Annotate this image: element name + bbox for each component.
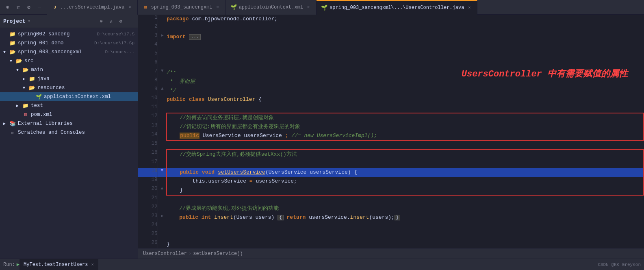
code-line-10: 10 public class UsersController { <box>138 95 644 104</box>
code-line-23: 23 ▶ public int insert(Users users) { re… <box>138 213 644 222</box>
fold-icon[interactable]: ▼ <box>160 168 164 173</box>
tree-item-resources[interactable]: ▼ 📂 resources <box>0 83 138 92</box>
sidebar-expand-icon[interactable]: ⇄ <box>107 17 115 25</box>
fold-icon[interactable]: ▲ <box>160 186 164 191</box>
tree-item-spring003[interactable]: ▼ 📂 spring_003_sancengxml D:\cours... <box>0 48 138 57</box>
run-text: Run: <box>3 262 15 268</box>
tab-spring-icon: 🌱 <box>231 4 236 10</box>
tree-item-src[interactable]: ▼ 📂 src <box>0 57 138 65</box>
run-tab-close[interactable]: × <box>91 262 94 267</box>
breadcrumb-separator: › <box>189 251 191 257</box>
code-line-6: 6 <box>138 59 644 68</box>
tab-m-icon: m <box>143 4 148 10</box>
folder-open-icon: 📂 <box>15 57 23 65</box>
tree-item-main[interactable]: ▼ 📂 main <box>0 65 138 74</box>
pom-icon: m <box>22 111 29 118</box>
tree-item-external-libs[interactable]: ▶ 📚 External Libraries <box>0 119 138 128</box>
code-area: UsersController 中有需要赋值的属性 1 package com.… <box>138 15 644 259</box>
settings-icon[interactable]: ⚙ <box>24 3 33 12</box>
chevron-down-icon: ▾ <box>28 19 30 24</box>
folder-open-icon: 📂 <box>22 66 29 74</box>
code-line-13: 13 //切记切记:所有的界面层都会有业务逻辑层的对象 <box>138 122 644 131</box>
tree-expand-icon: ▼ <box>10 59 15 63</box>
tree-item-test[interactable]: ▶ 📁 test <box>0 101 138 110</box>
code-line-20: 20 ▲ } <box>138 186 644 195</box>
tab-bar: ⊕ ⇄ ⚙ — J ...ersServiceImpl.java × m spr… <box>0 0 644 15</box>
tree-item-spring002[interactable]: 📁 spring002_sanceng D:\course\17.S <box>0 30 138 39</box>
fold-icon[interactable]: ▶ <box>160 213 165 218</box>
code-line-1: 1 package com.bjpowernode.controller; <box>138 15 644 24</box>
sidebar-settings-icon[interactable]: ⚙ <box>117 17 125 25</box>
watermark: CSDN @KK-Greyson <box>598 262 641 267</box>
tab-label: ...ersServiceImpl.java <box>60 4 124 10</box>
code-line-17: 17 <box>138 159 644 168</box>
tab-close-icon[interactable]: × <box>127 4 132 10</box>
tree-expand-icon: ▼ <box>3 50 9 54</box>
code-line-5: 5 <box>138 50 644 59</box>
code-line-3: 3 ▶ import ... <box>138 33 644 41</box>
project-tree: 📁 spring002_sanceng D:\course\17.S 📁 spr… <box>0 28 138 259</box>
code-line-2: 2 <box>138 24 644 33</box>
tree-item-spring001[interactable]: 📁 spring_001_demo D:\course\17.Sp <box>0 39 138 48</box>
code-line-22: 22 //界成层的功能实现,对外提供访问的功能 <box>138 204 644 213</box>
sidebar-icons: ⊕ ⇄ ⚙ — <box>97 17 134 25</box>
code-line-21: 21 <box>138 195 644 204</box>
breadcrumb-bar: UsersController › setUsersService() <box>138 248 644 259</box>
code-line-25: 25 <box>138 231 644 240</box>
folder-open-icon: 📂 <box>9 48 16 56</box>
sidebar: Project ▾ ⊕ ⇄ ⚙ — 📁 spring002_sanceng D:… <box>0 15 138 259</box>
tab-spring-active-icon: 🌱 <box>321 5 327 11</box>
new-tab-icon[interactable]: ⊕ <box>3 3 12 12</box>
folder-icon: 📁 <box>9 30 16 38</box>
minimize-icon[interactable]: — <box>35 3 44 12</box>
tree-expand-icon: ▼ <box>23 86 28 90</box>
bottom-bar: Run: ▶ MyTest.testInsertUsers × CSDN @KK… <box>0 259 644 270</box>
code-line-19: 19 this.usersService = usersService; <box>138 177 644 186</box>
tab-label: spring_003_sancengxml <box>151 4 212 10</box>
tab-ersserviceimpl[interactable]: J ...ersServiceImpl.java × <box>47 0 138 15</box>
tab-bar-controls: ⊕ ⇄ ⚙ — <box>3 3 44 12</box>
folder-icon: 📁 <box>22 102 29 109</box>
fold-icon[interactable]: ▶ <box>160 33 165 38</box>
folder-open-icon: 📂 <box>28 84 36 91</box>
code-table: 1 package com.bjpowernode.controller; 2 … <box>138 15 644 248</box>
tab-close-icon[interactable]: × <box>306 4 311 10</box>
spring-file-icon: 🌱 <box>35 93 42 100</box>
code-line-11: 11 <box>138 104 644 113</box>
tree-item-scratches[interactable]: ✏ Scratches and Consoles <box>0 128 138 137</box>
folder-icon: 📁 <box>9 39 16 47</box>
tabs-container: J ...ersServiceImpl.java × m spring_003_… <box>47 0 644 15</box>
code-line-15: 15 <box>138 141 644 150</box>
breadcrumb-method: setUsersService() <box>193 251 243 257</box>
run-tab-label: MyTest.testInsertUsers <box>24 262 88 268</box>
tab-close-icon[interactable]: × <box>215 4 221 10</box>
tab-spring003[interactable]: m spring_003_sancengxml × <box>138 0 226 15</box>
sidebar-locate-icon[interactable]: ⊕ <box>97 17 105 25</box>
tab-java-icon: J <box>52 4 58 10</box>
tab-userscontroller[interactable]: 🌱 spring_003_sancengxml\...\UsersControl… <box>317 0 477 15</box>
tree-collapse-icon: ▶ <box>23 76 28 81</box>
scratch-icon: ✏ <box>9 129 16 136</box>
main-layout: Project ▾ ⊕ ⇄ ⚙ — 📁 spring002_sanceng D:… <box>0 15 644 259</box>
breadcrumb-class: UsersController <box>143 251 187 257</box>
sidebar-hide-icon[interactable]: — <box>126 17 134 25</box>
fold-icon[interactable]: ▼ <box>160 68 165 73</box>
split-icon[interactable]: ⇄ <box>14 3 23 12</box>
run-play-icon: ▶ <box>17 261 20 268</box>
library-icon: 📚 <box>9 120 16 127</box>
tree-collapse-icon: ▶ <box>3 121 9 126</box>
tree-item-pom[interactable]: m pom.xml <box>0 110 138 119</box>
tree-item-applicationcontext-file[interactable]: 🌱 applicatoinContext.xml <box>0 92 138 101</box>
tab-applicationcontext[interactable]: 🌱 applicatoinContext.xml × <box>226 0 317 15</box>
code-scroll[interactable]: UsersController 中有需要赋值的属性 1 package com.… <box>138 15 644 248</box>
sidebar-header: Project ▾ ⊕ ⇄ ⚙ — <box>0 15 138 28</box>
code-line-12: 12 //如何去访问业务逻辑层,就是创建对象 <box>138 113 644 122</box>
code-line-9: 9 ▲ */ <box>138 86 644 95</box>
folder-icon: 📁 <box>28 75 36 83</box>
fold-icon[interactable]: ▲ <box>160 86 165 91</box>
tree-item-java[interactable]: ▶ 📁 java <box>0 74 138 83</box>
run-tab[interactable]: MyTest.testInsertUsers × <box>20 259 98 270</box>
run-label: Run: ▶ <box>3 261 20 268</box>
annotation-text: UsersController 中有需要赋值的属性 <box>462 68 628 80</box>
tab-close-icon[interactable]: × <box>466 5 472 11</box>
